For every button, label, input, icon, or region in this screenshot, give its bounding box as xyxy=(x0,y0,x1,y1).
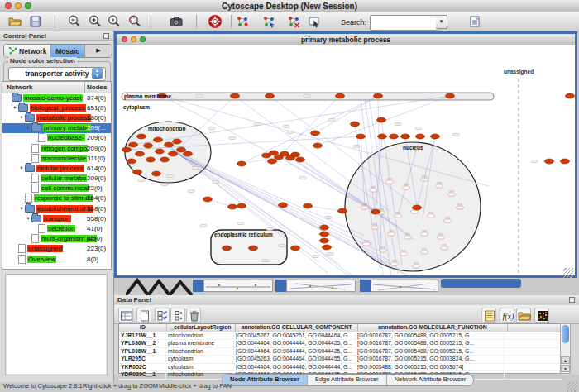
network-node[interactable] xyxy=(228,204,237,209)
network-node[interactable] xyxy=(338,208,347,213)
tree-row-nucleobase-[interactable]: nucleobase-209(0) xyxy=(2,133,111,143)
table-row[interactable]: YPL036W__1mitochondrion[GO:0044464, GO:0… xyxy=(119,348,562,356)
network-node[interactable] xyxy=(249,246,258,251)
network-node[interactable] xyxy=(165,142,174,147)
network-node[interactable] xyxy=(177,147,186,152)
expand-arrow-icon[interactable]: ▼ xyxy=(25,216,31,221)
tree-row-cell-communicat[interactable]: cell communicat22(0) xyxy=(2,184,111,194)
network-node[interactable] xyxy=(137,134,146,139)
column-header[interactable]: annotation.GO MOLECULAR_FUNCTION xyxy=(358,324,508,332)
tree-row-response-to-stimulu[interactable]: response to stimulu264(0) xyxy=(2,194,111,203)
network-node[interactable] xyxy=(320,238,329,243)
column-header[interactable]: annotation.GO CELLULAR_COMPONENT xyxy=(236,324,358,332)
tab-mosaic[interactable]: Mosaic xyxy=(51,45,85,57)
network-node[interactable] xyxy=(323,245,332,250)
network-node[interactable] xyxy=(545,159,554,164)
background-window-edge[interactable] xyxy=(360,280,371,292)
float-panel-icon[interactable] xyxy=(103,33,109,39)
delete-attribute-icon[interactable] xyxy=(186,308,201,323)
network-node[interactable] xyxy=(223,246,232,251)
zoom-out-icon[interactable] xyxy=(67,14,82,29)
expand-arrow-icon[interactable]: ▼ xyxy=(18,206,25,211)
zoom-in-icon[interactable] xyxy=(88,14,103,29)
network-node[interactable] xyxy=(401,134,410,139)
zoom-selected-icon[interactable] xyxy=(107,14,122,29)
network-node[interactable] xyxy=(144,143,153,148)
select-mode-icon[interactable] xyxy=(307,14,322,29)
network-node[interactable] xyxy=(291,246,300,251)
import-attributes-icon[interactable] xyxy=(516,308,531,323)
network-node[interactable] xyxy=(374,93,383,98)
network-node[interactable] xyxy=(279,203,288,208)
network-node[interactable] xyxy=(561,159,570,164)
help-icon[interactable] xyxy=(208,14,223,29)
network-node[interactable] xyxy=(431,134,440,139)
network-node[interactable] xyxy=(446,93,455,98)
window-resize-grip[interactable] xyxy=(563,268,573,278)
tree-row-primary-metabo[interactable]: ▼primary metabo209(... xyxy=(2,123,111,133)
network-node[interactable] xyxy=(356,134,366,139)
network-node[interactable] xyxy=(154,137,163,142)
tree-row-secretion[interactable]: secretion41(0) xyxy=(2,223,111,233)
tree-row-unassigned[interactable]: unassigned223(0) xyxy=(2,244,111,254)
network-node[interactable] xyxy=(156,149,165,154)
tree-row-overview[interactable]: Overview8(0) xyxy=(2,254,111,264)
tree-row-cellular-process[interactable]: ▼cellular process614(0) xyxy=(2,163,111,173)
network-node[interactable] xyxy=(231,93,240,98)
open-session-icon[interactable] xyxy=(7,14,22,29)
tree-row-biological-process[interactable]: ▼biological_process651(0) xyxy=(2,103,111,112)
network-node[interactable] xyxy=(133,170,142,174)
zoom-fit-icon[interactable] xyxy=(127,14,142,29)
network-node[interactable] xyxy=(390,134,399,139)
network-node[interactable] xyxy=(152,171,161,176)
scroll-down-icon[interactable]: ▼ xyxy=(561,365,570,372)
tree-row-nitrogen-compo[interactable]: nitrogen compo209(0) xyxy=(2,143,111,153)
scroll-up-icon[interactable]: ▲ xyxy=(561,356,570,364)
network-nodes-icon[interactable] xyxy=(235,14,250,29)
column-header[interactable]: _cellularLayoutRegion xyxy=(167,324,236,332)
tree-row-cellular-metabo[interactable]: cellular metabo209(0) xyxy=(2,174,111,184)
tree-row-transport[interactable]: ▼transport558(0) xyxy=(2,213,111,223)
expand-arrow-icon[interactable]: ▼ xyxy=(12,105,18,110)
network-node[interactable] xyxy=(311,131,320,136)
network-node[interactable] xyxy=(129,142,138,147)
tree-row-mosaic-demo-yeast[interactable]: mosaic-demo-yeast874(0) xyxy=(2,93,111,103)
network-node[interactable] xyxy=(371,209,380,214)
network-node[interactable] xyxy=(320,232,329,237)
expand-arrow-icon[interactable]: ▼ xyxy=(25,126,31,131)
background-window-strip[interactable] xyxy=(203,280,273,292)
dropdown-stepper-icon[interactable]: ▲▼ xyxy=(92,68,103,79)
network-node[interactable] xyxy=(378,134,387,139)
tree-row-establishment-of-lo[interactable]: ▼establishment of lo558(0) xyxy=(2,203,111,213)
create-view-icon[interactable] xyxy=(261,14,276,29)
select-attributes-icon[interactable] xyxy=(118,308,133,323)
app-resize-grip[interactable] xyxy=(567,382,577,392)
network-node[interactable] xyxy=(377,117,386,122)
tree-row-multi-organism-pro[interactable]: multi-organism pro42(0) xyxy=(2,234,111,244)
background-window-strip[interactable] xyxy=(371,280,438,292)
scrollbar-thumb[interactable] xyxy=(562,325,569,343)
background-window-strip[interactable] xyxy=(286,280,356,292)
network-node[interactable] xyxy=(266,93,275,98)
save-session-icon[interactable] xyxy=(28,14,43,29)
network-node[interactable] xyxy=(291,152,300,157)
attribute-batch-icon[interactable] xyxy=(155,308,170,323)
network-node[interactable] xyxy=(313,143,323,148)
network-node[interactable] xyxy=(127,159,136,164)
network-node[interactable] xyxy=(136,151,145,156)
import-network-icon[interactable] xyxy=(467,14,482,29)
expand-arrow-icon[interactable]: ▼ xyxy=(18,165,25,170)
network-node[interactable] xyxy=(203,197,213,202)
network-node[interactable] xyxy=(304,203,313,208)
attribute-pair-icon[interactable] xyxy=(170,308,185,323)
network-node[interactable] xyxy=(566,93,575,98)
annotation-icon[interactable] xyxy=(481,308,496,323)
search-input[interactable] xyxy=(370,15,439,31)
birdseye-view[interactable] xyxy=(5,274,108,375)
network-node[interactable] xyxy=(160,157,170,162)
network-canvas[interactable]: plasma membranecytoplasmmitochondrionnuc… xyxy=(117,45,575,275)
network-node[interactable] xyxy=(413,205,422,210)
tree-row-macromolecule[interactable]: macromolecule311(0) xyxy=(2,153,111,163)
tree-row-metabolic-process[interactable]: ▼metabolic process280(0) xyxy=(2,112,111,122)
network-node[interactable] xyxy=(416,134,425,139)
